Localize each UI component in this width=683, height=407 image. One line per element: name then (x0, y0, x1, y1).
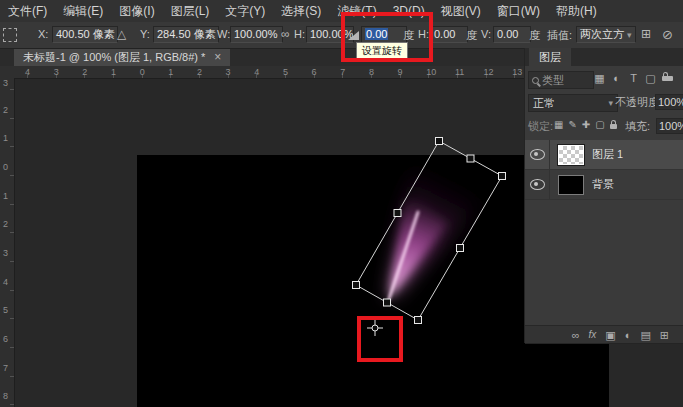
ruler-number: 9 (398, 67, 403, 77)
menu-file[interactable]: 文件(F) (0, 0, 55, 22)
opacity-value: 100% (658, 95, 683, 109)
layer-row[interactable]: 背景 (525, 170, 683, 200)
document-tab-title: 未标题-1 @ 100% (图层 1, RGB/8#) * (23, 48, 205, 66)
lock-all-icon[interactable] (610, 124, 617, 129)
layers-panel: 图层 类型 ▦◐T▢ 正常 ▾ 不透明度: 100% ▾ 锁定: ▦✎✚▢ 填充… (525, 48, 683, 343)
opacity-field[interactable]: 100% ▾ (655, 94, 683, 110)
interpolation-value: 两次立方 (580, 28, 624, 40)
visibility-cell[interactable] (525, 170, 550, 199)
ruler-number: 0 (3, 162, 8, 172)
type-layer-filter-icon[interactable]: T (628, 72, 639, 85)
ruler-number: 1 (3, 133, 8, 143)
ruler-number: 3 (3, 78, 8, 88)
h-label: H: (294, 28, 305, 40)
menu-layer[interactable]: 图层(L) (163, 0, 218, 22)
ruler-number: 1 (3, 191, 8, 201)
shape-layer-filter-icon[interactable]: ▢ (645, 72, 656, 85)
ruler-number: 10 (426, 67, 436, 77)
lock-transparent-icon[interactable]: ▦ (554, 119, 563, 130)
menu-type[interactable]: 文字(Y) (217, 0, 273, 22)
ruler-number: 2 (3, 219, 8, 229)
menu-window[interactable]: 窗口(W) (489, 0, 548, 22)
ruler-number: 0 (140, 67, 145, 77)
pixel-layer-filter-icon[interactable]: ▦ (594, 72, 605, 85)
warp-mode-icon[interactable]: ⊞ (641, 27, 651, 42)
ruler-number: 8 (3, 391, 8, 401)
blend-row: 正常 ▾ 不透明度: 100% ▾ (525, 94, 683, 113)
skew-h-unit: 度 (466, 28, 477, 43)
ruler-number: 2 (3, 105, 8, 115)
eye-icon[interactable] (530, 179, 545, 190)
ruler-number: 7 (3, 363, 8, 373)
annotation-box-reference-point (357, 316, 403, 362)
w-label: W: (217, 28, 230, 40)
cancel-transform-icon[interactable]: ⊘ (662, 27, 673, 42)
ruler-number: 3 (226, 67, 231, 77)
ruler-number: 4 (25, 67, 30, 77)
tab-layers[interactable]: 图层 (529, 48, 571, 66)
document-tab[interactable]: 未标题-1 @ 100% (图层 1, RGB/8#) * × (14, 48, 230, 66)
ruler-number: 7 (340, 67, 345, 77)
layer-list: 图层 1背景 (525, 140, 683, 200)
interpolation-label: 插值: (547, 28, 572, 43)
ruler-number: 12 (484, 67, 494, 77)
lock-label: 锁定: (528, 119, 553, 134)
eye-icon[interactable] (530, 149, 545, 160)
menu-edit[interactable]: 编辑(E) (55, 0, 111, 22)
skew-v-field[interactable]: 0.00 (493, 26, 531, 43)
fill-label: 填充: (625, 119, 650, 134)
layer-thumbnail[interactable] (558, 145, 584, 165)
visibility-cell[interactable] (525, 140, 550, 169)
layer-effects-icon[interactable]: fx (589, 326, 597, 344)
ruler-number: 4 (3, 277, 8, 287)
panel-tab-bar: 图层 (525, 48, 683, 66)
lock-pixels-icon[interactable]: ✎ (568, 119, 576, 130)
chevron-down-icon: ▾ (627, 30, 632, 40)
ruler-number: 1 (168, 67, 173, 77)
transform-tool-icon (3, 28, 17, 42)
menu-view[interactable]: 视图(V) (433, 0, 489, 22)
fill-field[interactable]: 100% ▾ (656, 118, 683, 134)
ruler-number: 6 (3, 334, 8, 344)
relative-position-icon[interactable]: △ (117, 27, 126, 42)
layer-group-icon[interactable]: ▤ (640, 326, 650, 344)
blend-mode-value: 正常 (533, 95, 555, 111)
link-layers-icon[interactable]: ∞ (572, 326, 580, 344)
layers-panel-bottom-bar: ∞fx▣◐▤⊞ (525, 325, 683, 343)
layer-thumbnail[interactable] (558, 175, 584, 195)
skew-v-unit: 度 (529, 28, 540, 43)
ruler-number: 4 (254, 67, 259, 77)
ruler-number: 3 (54, 67, 59, 77)
interpolation-select[interactable]: 两次立方 ▾ (576, 26, 636, 43)
layer-row[interactable]: 图层 1 (525, 140, 683, 170)
menu-select[interactable]: 选择(S) (273, 0, 329, 22)
adjustment-layer-icon[interactable]: ◐ (625, 326, 632, 344)
layer-name: 背景 (592, 177, 614, 192)
smart-object-filter-icon[interactable] (662, 76, 673, 81)
x-position-field[interactable]: 400.50 像素 (52, 26, 118, 43)
menu-help[interactable]: 帮助(H) (548, 0, 605, 22)
ruler-number: 6 (312, 67, 317, 77)
lock-position-icon[interactable]: ✚ (582, 119, 590, 130)
x-label: X: (38, 28, 48, 40)
layer-filter-type-label: 类型 (542, 73, 564, 88)
adjustment-layer-filter-icon[interactable]: ◐ (611, 72, 622, 85)
ruler-left: 321012345678 (0, 78, 15, 407)
new-layer-icon[interactable]: ⊞ (660, 326, 669, 344)
link-dimensions-icon[interactable]: ∞ (281, 27, 290, 42)
search-icon (532, 77, 539, 84)
layer-filter-row: 类型 ▦◐T▢ (525, 70, 683, 90)
close-tab-icon[interactable]: × (214, 48, 221, 66)
skew-h-field[interactable]: 0.00 (430, 26, 468, 43)
layer-filter-type-select[interactable]: 类型 (528, 71, 594, 89)
annotation-box-rotation (341, 12, 433, 62)
blend-mode-select[interactable]: 正常 ▾ (528, 94, 618, 112)
menu-image[interactable]: 图像(I) (111, 0, 162, 22)
width-field[interactable]: 100.00% (230, 26, 283, 43)
layer-mask-icon[interactable]: ▣ (605, 326, 615, 344)
y-position-field[interactable]: 284.50 像素 (153, 26, 219, 43)
ruler-number: 5 (283, 67, 288, 77)
lock-artboard-icon[interactable]: ▢ (595, 119, 604, 130)
chevron-down-icon: ▾ (608, 95, 613, 111)
layer-name: 图层 1 (592, 147, 623, 162)
